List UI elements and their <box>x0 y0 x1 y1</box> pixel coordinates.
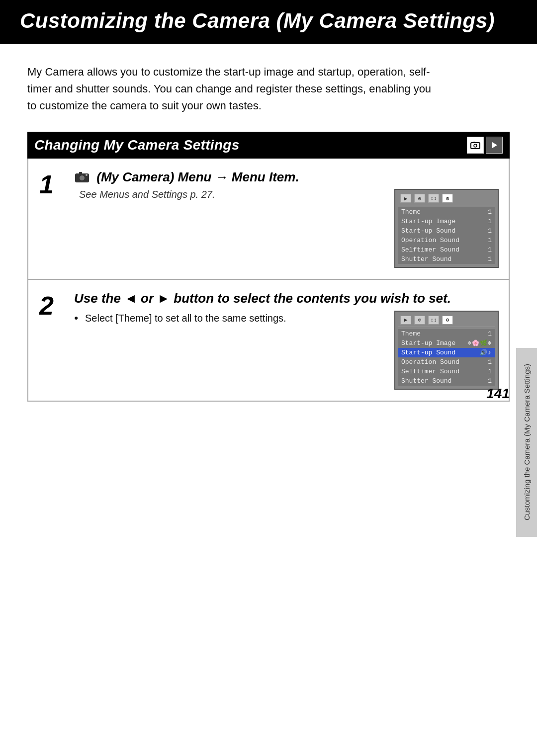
section-header-title: Changing My Camera Settings <box>34 137 240 153</box>
screen2-menu-operation-sound: Operation Sound1 <box>398 357 495 367</box>
step-2-number: 2 <box>39 293 69 389</box>
section-header: Changing My Camera Settings <box>27 132 510 159</box>
screen2-menu-startup-sound: Start-up Sound🔊♪ <box>398 348 495 357</box>
svg-rect-0 <box>471 143 480 149</box>
toolbar-copy-icon: ⊕ <box>414 194 425 203</box>
main-content: My Camera allows you to customize the st… <box>0 44 537 421</box>
step-2-text: Select [Theme] to set all to the same se… <box>74 311 379 326</box>
menu-item-shutter-sound: Shutter Sound1 <box>398 254 495 264</box>
camera-screen-1: ▶ ⊕ ↕↕ ⚙ Theme1 Start-up Image1 <box>394 189 499 268</box>
step-1-title: (My Camera) Menu → Menu Item. <box>74 169 499 185</box>
step-1-left: See Menus and Settings p. 27. <box>74 189 384 205</box>
page-container: Customizing the Camera (My Camera Settin… <box>0 0 537 756</box>
toolbar2-play-icon: ▶ <box>400 316 411 325</box>
step-1-sub: See Menus and Settings p. 27. <box>79 189 384 200</box>
menu-item-startup-sound: Start-up Sound1 <box>398 226 495 236</box>
toolbar2-mycam-icon: ⚙ <box>442 316 453 325</box>
svg-point-5 <box>80 175 85 180</box>
toolbar-play-icon: ▶ <box>400 194 411 203</box>
section-header-icons <box>467 137 503 154</box>
sidebar-tab-label: Customizing the Camera (My Camera Settin… <box>520 359 534 525</box>
header-icon-play <box>486 137 503 154</box>
screen2-menu-shutter-sound: Shutter Sound1 <box>398 376 495 386</box>
screen2-menu-theme: Theme1 <box>398 329 495 338</box>
svg-point-7 <box>86 174 88 176</box>
toolbar2-copy-icon: ⊕ <box>414 316 425 325</box>
svg-rect-2 <box>473 142 475 143</box>
menu-item-startup-image: Start-up Image1 <box>398 217 495 226</box>
menu-item-operation-sound: Operation Sound1 <box>398 236 495 245</box>
title-bar: Customizing the Camera (My Camera Settin… <box>0 0 537 44</box>
step-1-inner: See Menus and Settings p. 27. ▶ ⊕ ↕↕ ⚙ <box>74 189 499 268</box>
toolbar-sort-icon: ↕↕ <box>428 194 439 203</box>
screen-1-toolbar: ▶ ⊕ ↕↕ ⚙ <box>398 193 495 205</box>
step-2-body: Select [Theme] to set all to the same se… <box>74 311 499 390</box>
step-1: 1 (My Camera) Menu → Menu Item. <box>28 159 509 280</box>
svg-rect-6 <box>79 172 82 174</box>
intro-paragraph: My Camera allows you to customize the st… <box>27 64 440 114</box>
svg-point-1 <box>474 144 477 147</box>
screen2-menu-selftimer-sound: Selftimer Sound1 <box>398 367 495 376</box>
toolbar-mycam-icon: ⚙ <box>442 194 453 203</box>
menu-item-selftimer-sound: Selftimer Sound1 <box>398 245 495 254</box>
header-icon-camera <box>467 137 484 154</box>
screen2-menu-startup-image: Start-up Image❄🌸🌿❄ <box>398 338 495 348</box>
steps-container: 1 (My Camera) Menu → Menu Item. <box>27 159 510 401</box>
step-2-bullet: Select [Theme] to set all to the same se… <box>74 311 379 326</box>
sidebar-tab: Customizing the Camera (My Camera Settin… <box>516 348 537 537</box>
step-2-title: Use the ◄ or ► button to select the cont… <box>74 291 499 306</box>
camera-screen-2: ▶ ⊕ ↕↕ ⚙ Theme1 Start-up Image❄🌸🌿❄ <box>394 311 499 390</box>
step-1-content: (My Camera) Menu → Menu Item. See Menus … <box>74 169 499 268</box>
step-2: 2 Use the ◄ or ► button to select the co… <box>28 280 509 400</box>
step-1-number: 1 <box>39 171 69 268</box>
step-2-content: Use the ◄ or ► button to select the cont… <box>74 291 499 389</box>
menu-item-theme: Theme1 <box>398 207 495 217</box>
svg-marker-3 <box>492 142 497 148</box>
toolbar2-sort-icon: ↕↕ <box>428 316 439 325</box>
screen-2-toolbar: ▶ ⊕ ↕↕ ⚙ <box>398 315 495 327</box>
page-number: 141 <box>486 386 510 402</box>
page-title: Customizing the Camera (My Camera Settin… <box>20 9 517 33</box>
